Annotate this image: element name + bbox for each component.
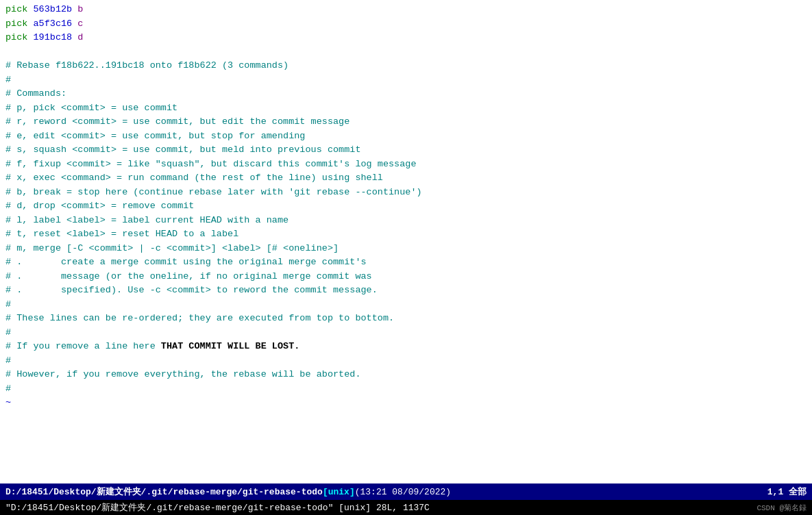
line-14: # b, break = stop here (continue rebase …	[5, 186, 807, 200]
statusbar: D:/18451/Desktop/新建文件夹/.git/rebase-merge…	[0, 483, 812, 500]
second-statusbar-text: "D:/18451/Desktop/新建文件夹/.git/rebase-merg…	[5, 501, 430, 514]
hash-3: 191bc18	[34, 32, 73, 42]
line-28: #	[5, 382, 807, 397]
line-3: pick 191bc18 d	[5, 31, 807, 45]
line-25: # If you remove a line here THAT COMMIT …	[5, 340, 807, 354]
commit-letter-1: b	[77, 4, 83, 14]
commit-caps: THAT COMMIT WILL BE LOST.	[161, 341, 300, 351]
line-1: pick 563b12b b	[5, 3, 807, 17]
line-17: # t, reset <label> = reset HEAD to a lab…	[5, 227, 807, 242]
line-8: # p, pick <commit> = use commit	[5, 101, 807, 116]
statusbar-left: D:/18451/Desktop/新建文件夹/.git/rebase-merge…	[5, 486, 451, 498]
line-26: #	[5, 354, 807, 368]
line-24: #	[5, 326, 807, 340]
statusbar-unix: [unix]	[323, 487, 355, 497]
line-20: # . message (or the oneline, if no origi…	[5, 270, 807, 284]
line-2: pick a5f3c16 c	[5, 17, 807, 32]
line-27: # However, if you remove everything, the…	[5, 368, 807, 382]
statusbar-path: D:/18451/Desktop/新建文件夹/.git/rebase-merge…	[5, 486, 323, 498]
line-10: # e, edit <commit> = use commit, but sto…	[5, 129, 807, 144]
line-23: # These lines can be re-ordered; they ar…	[5, 312, 807, 326]
editor-area[interactable]: pick 563b12b b pick a5f3c16 c pick 191bc…	[0, 0, 812, 483]
pick-keyword-1: pick	[5, 4, 27, 14]
line-7: # Commands:	[5, 87, 807, 101]
line-15: # d, drop <commit> = remove commit	[5, 199, 807, 214]
line-5: # Rebase f18b622..191bc18 onto f18b622 (…	[5, 59, 807, 73]
tilde-char: ~	[5, 397, 11, 407]
pick-keyword-3: pick	[5, 32, 27, 42]
line-tilde: ~	[5, 396, 807, 410]
hash-1: 563b12b	[34, 4, 73, 14]
csdn-watermark: CSDN @菊名録	[756, 503, 807, 513]
line-11: # s, squash <commit> = use commit, but m…	[5, 143, 807, 158]
statusbar-datetime: (13:21 08/09/2022)	[355, 487, 451, 497]
line-12: # f, fixup <commit> = like "squash", but…	[5, 158, 807, 172]
commit-letter-3: d	[77, 32, 83, 42]
line-18: # m, merge [-C <commit> | -c <commit>] <…	[5, 242, 807, 256]
line-blank-1	[5, 45, 807, 60]
line-6: #	[5, 73, 807, 88]
pick-keyword-2: pick	[5, 18, 27, 29]
statusbar-position: 1,1 全部	[767, 486, 807, 498]
line-22: #	[5, 298, 807, 312]
line-16: # l, label <label> = label current HEAD …	[5, 214, 807, 228]
line-13: # x, exec <command> = run command (the r…	[5, 171, 807, 186]
second-statusbar: "D:/18451/Desktop/新建文件夹/.git/rebase-merg…	[0, 500, 812, 515]
commit-letter-2: c	[77, 18, 83, 29]
line-19: # . create a merge commit using the orig…	[5, 255, 807, 270]
line-21: # . specified). Use -c <commit> to rewor…	[5, 284, 807, 298]
hash-2: a5f3c16	[34, 18, 73, 29]
line-9: # r, reword <commit> = use commit, but e…	[5, 115, 807, 129]
